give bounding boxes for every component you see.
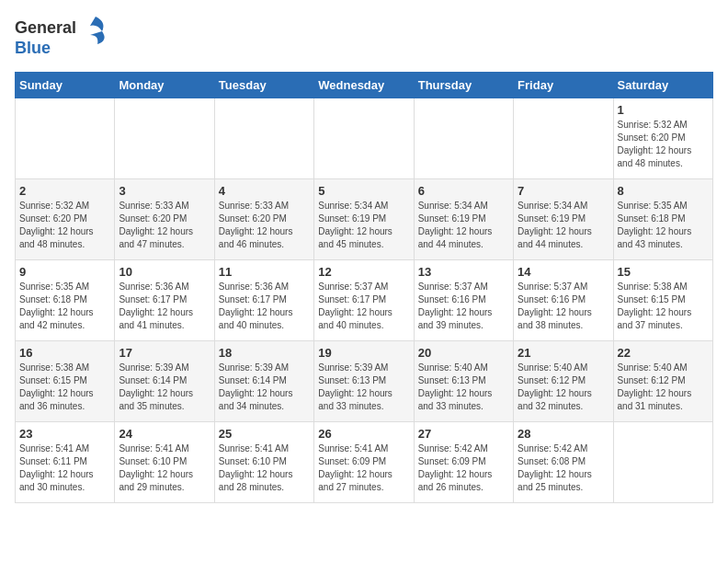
calendar-day-6: 6Sunrise: 5:34 AM Sunset: 6:19 PM Daylig… — [414, 179, 513, 260]
svg-text:General: General — [15, 18, 76, 37]
day-number: 20 — [418, 346, 509, 360]
calendar-table: SundayMondayTuesdayWednesdayThursdayFrid… — [15, 72, 713, 503]
weekday-header-sunday: Sunday — [16, 73, 115, 98]
day-number: 1 — [618, 103, 709, 117]
day-number: 24 — [119, 427, 210, 441]
day-number: 15 — [618, 265, 709, 279]
day-number: 27 — [418, 427, 509, 441]
day-info: Sunrise: 5:41 AM Sunset: 6:10 PM Dayligh… — [119, 442, 210, 494]
day-number: 9 — [19, 265, 110, 279]
calendar-day-27: 27Sunrise: 5:42 AM Sunset: 6:09 PM Dayli… — [414, 422, 513, 503]
day-number: 16 — [19, 346, 110, 360]
calendar-day-2: 2Sunrise: 5:32 AM Sunset: 6:20 PM Daylig… — [16, 179, 115, 260]
day-info: Sunrise: 5:34 AM Sunset: 6:19 PM Dayligh… — [518, 200, 609, 251]
weekday-header-row: SundayMondayTuesdayWednesdayThursdayFrid… — [16, 73, 713, 98]
day-info: Sunrise: 5:41 AM Sunset: 6:11 PM Dayligh… — [19, 442, 110, 494]
day-number: 25 — [219, 427, 310, 441]
day-number: 4 — [219, 184, 310, 198]
day-info: Sunrise: 5:35 AM Sunset: 6:18 PM Dayligh… — [618, 200, 709, 251]
calendar-day-25: 25Sunrise: 5:41 AM Sunset: 6:10 PM Dayli… — [214, 422, 313, 503]
calendar-day-24: 24Sunrise: 5:41 AM Sunset: 6:10 PM Dayli… — [115, 422, 214, 503]
day-info: Sunrise: 5:36 AM Sunset: 6:17 PM Dayligh… — [219, 281, 310, 332]
calendar-week-row: 1Sunrise: 5:32 AM Sunset: 6:20 PM Daylig… — [16, 98, 713, 179]
calendar-day-28: 28Sunrise: 5:42 AM Sunset: 6:08 PM Dayli… — [514, 422, 613, 503]
day-info: Sunrise: 5:42 AM Sunset: 6:09 PM Dayligh… — [418, 442, 509, 494]
day-info: Sunrise: 5:38 AM Sunset: 6:15 PM Dayligh… — [19, 362, 110, 413]
weekday-header-saturday: Saturday — [613, 73, 712, 98]
calendar-empty-cell — [414, 98, 513, 179]
calendar-day-11: 11Sunrise: 5:36 AM Sunset: 6:17 PM Dayli… — [214, 260, 313, 341]
day-number: 14 — [518, 265, 609, 279]
weekday-header-thursday: Thursday — [414, 73, 513, 98]
day-info: Sunrise: 5:37 AM Sunset: 6:16 PM Dayligh… — [418, 281, 509, 332]
day-number: 22 — [618, 346, 709, 360]
day-number: 18 — [219, 346, 310, 360]
calendar-empty-cell — [16, 98, 115, 179]
day-number: 10 — [119, 265, 210, 279]
day-number: 8 — [618, 184, 709, 198]
day-info: Sunrise: 5:37 AM Sunset: 6:17 PM Dayligh… — [318, 281, 409, 332]
calendar-day-13: 13Sunrise: 5:37 AM Sunset: 6:16 PM Dayli… — [414, 260, 513, 341]
day-number: 5 — [318, 184, 409, 198]
day-info: Sunrise: 5:32 AM Sunset: 6:20 PM Dayligh… — [618, 119, 709, 170]
calendar-empty-cell — [214, 98, 313, 179]
day-number: 12 — [318, 265, 409, 279]
calendar-week-row: 16Sunrise: 5:38 AM Sunset: 6:15 PM Dayli… — [16, 341, 713, 422]
calendar-day-18: 18Sunrise: 5:39 AM Sunset: 6:14 PM Dayli… — [214, 341, 313, 422]
day-info: Sunrise: 5:40 AM Sunset: 6:13 PM Dayligh… — [418, 362, 509, 413]
calendar-day-1: 1Sunrise: 5:32 AM Sunset: 6:20 PM Daylig… — [613, 98, 712, 179]
calendar-day-3: 3Sunrise: 5:33 AM Sunset: 6:20 PM Daylig… — [115, 179, 214, 260]
day-number: 21 — [518, 346, 609, 360]
calendar-day-17: 17Sunrise: 5:39 AM Sunset: 6:14 PM Dayli… — [115, 341, 214, 422]
page-header: GeneralBlue — [15, 15, 713, 61]
calendar-day-5: 5Sunrise: 5:34 AM Sunset: 6:19 PM Daylig… — [314, 179, 414, 260]
day-number: 13 — [418, 265, 509, 279]
day-info: Sunrise: 5:34 AM Sunset: 6:19 PM Dayligh… — [318, 200, 409, 251]
calendar-empty-cell — [314, 98, 414, 179]
day-info: Sunrise: 5:39 AM Sunset: 6:13 PM Dayligh… — [318, 362, 409, 413]
day-info: Sunrise: 5:40 AM Sunset: 6:12 PM Dayligh… — [518, 362, 609, 413]
day-number: 23 — [19, 427, 110, 441]
day-info: Sunrise: 5:36 AM Sunset: 6:17 PM Dayligh… — [119, 281, 210, 332]
calendar-day-10: 10Sunrise: 5:36 AM Sunset: 6:17 PM Dayli… — [115, 260, 214, 341]
day-number: 28 — [518, 427, 609, 441]
day-info: Sunrise: 5:37 AM Sunset: 6:16 PM Dayligh… — [518, 281, 609, 332]
day-info: Sunrise: 5:33 AM Sunset: 6:20 PM Dayligh… — [119, 200, 210, 251]
day-number: 19 — [318, 346, 409, 360]
day-number: 2 — [19, 184, 110, 198]
day-info: Sunrise: 5:41 AM Sunset: 6:10 PM Dayligh… — [219, 442, 310, 494]
day-info: Sunrise: 5:33 AM Sunset: 6:20 PM Dayligh… — [219, 200, 310, 251]
calendar-day-16: 16Sunrise: 5:38 AM Sunset: 6:15 PM Dayli… — [16, 341, 115, 422]
calendar-day-15: 15Sunrise: 5:38 AM Sunset: 6:15 PM Dayli… — [613, 260, 712, 341]
day-info: Sunrise: 5:42 AM Sunset: 6:08 PM Dayligh… — [518, 442, 609, 494]
logo-svg: GeneralBlue — [15, 15, 125, 61]
calendar-day-9: 9Sunrise: 5:35 AM Sunset: 6:18 PM Daylig… — [16, 260, 115, 341]
weekday-header-friday: Friday — [514, 73, 613, 98]
day-info: Sunrise: 5:40 AM Sunset: 6:12 PM Dayligh… — [618, 362, 709, 413]
day-info: Sunrise: 5:39 AM Sunset: 6:14 PM Dayligh… — [219, 362, 310, 413]
calendar-day-7: 7Sunrise: 5:34 AM Sunset: 6:19 PM Daylig… — [514, 179, 613, 260]
day-info: Sunrise: 5:39 AM Sunset: 6:14 PM Dayligh… — [119, 362, 210, 413]
day-info: Sunrise: 5:34 AM Sunset: 6:19 PM Dayligh… — [418, 200, 509, 251]
calendar-week-row: 2Sunrise: 5:32 AM Sunset: 6:20 PM Daylig… — [16, 179, 713, 260]
calendar-day-4: 4Sunrise: 5:33 AM Sunset: 6:20 PM Daylig… — [214, 179, 313, 260]
day-info: Sunrise: 5:41 AM Sunset: 6:09 PM Dayligh… — [318, 442, 409, 494]
day-number: 6 — [418, 184, 509, 198]
day-info: Sunrise: 5:35 AM Sunset: 6:18 PM Dayligh… — [19, 281, 110, 332]
day-number: 11 — [219, 265, 310, 279]
calendar-day-21: 21Sunrise: 5:40 AM Sunset: 6:12 PM Dayli… — [514, 341, 613, 422]
calendar-empty-cell — [514, 98, 613, 179]
day-number: 17 — [119, 346, 210, 360]
day-number: 7 — [518, 184, 609, 198]
calendar-week-row: 9Sunrise: 5:35 AM Sunset: 6:18 PM Daylig… — [16, 260, 713, 341]
weekday-header-wednesday: Wednesday — [314, 73, 414, 98]
calendar-week-row: 23Sunrise: 5:41 AM Sunset: 6:11 PM Dayli… — [16, 422, 713, 503]
svg-text:Blue: Blue — [15, 39, 51, 57]
calendar-empty-cell — [613, 422, 712, 503]
calendar-day-23: 23Sunrise: 5:41 AM Sunset: 6:11 PM Dayli… — [16, 422, 115, 503]
day-number: 3 — [119, 184, 210, 198]
day-info: Sunrise: 5:38 AM Sunset: 6:15 PM Dayligh… — [618, 281, 709, 332]
weekday-header-monday: Monday — [115, 73, 214, 98]
weekday-header-tuesday: Tuesday — [214, 73, 313, 98]
calendar-day-14: 14Sunrise: 5:37 AM Sunset: 6:16 PM Dayli… — [514, 260, 613, 341]
